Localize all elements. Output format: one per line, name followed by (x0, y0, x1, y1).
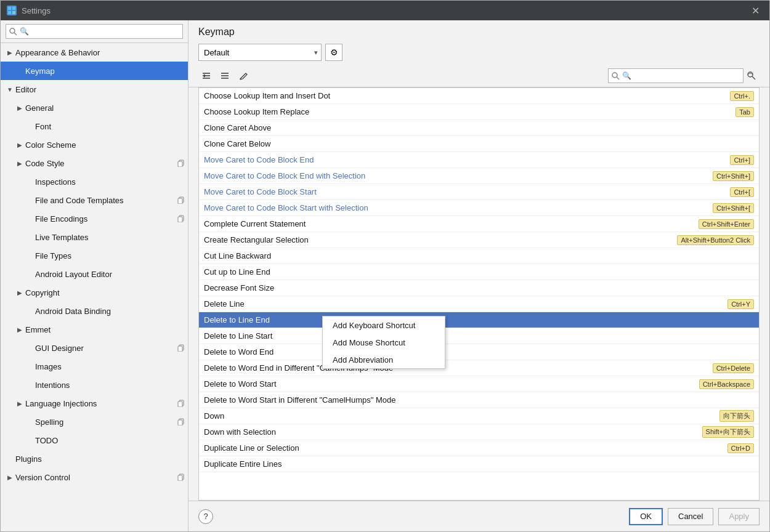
sidebar-item-label: Copyright (25, 288, 60, 297)
copy-icon (177, 196, 185, 204)
sidebar-item-plugins[interactable]: Plugins (1, 449, 188, 468)
sidebar-item-keymap[interactable]: Keymap (1, 62, 188, 80)
shortcut-badge: Ctrl+[ (730, 187, 754, 197)
sidebar-item-live-templates[interactable]: Live Templates (1, 228, 188, 246)
table-row[interactable]: Duplicate Line or SelectionCtrl+D (199, 440, 759, 456)
chevron-icon: ▶ (15, 325, 24, 334)
copy-icon (177, 214, 185, 223)
table-row[interactable]: Move Caret to Code Block EndCtrl+] (199, 152, 759, 168)
table-row[interactable]: Delete to Line Start (199, 328, 759, 344)
gear-button[interactable]: ⚙ (325, 44, 342, 61)
collapse-all-button[interactable] (217, 68, 233, 83)
app-icon (7, 6, 17, 15)
sidebar-item-label: Keymap (25, 66, 55, 76)
table-row[interactable]: Create Rectangular SelectionAlt+Shift+Bu… (199, 232, 759, 248)
table-row[interactable]: Move Caret to Code Block End with Select… (199, 168, 759, 184)
sidebar-item-color-scheme[interactable]: ▶Color Scheme (1, 135, 188, 154)
table-row[interactable]: Duplicate Entire Lines (199, 456, 759, 472)
context-menu-item[interactable]: Add Abbreviation (323, 351, 445, 368)
svg-point-26 (748, 72, 753, 77)
expand-all-button[interactable] (198, 68, 214, 83)
action-name: Delete to Word Start (204, 379, 697, 389)
sidebar-item-todo[interactable]: TODO (1, 431, 188, 449)
sidebar-item-android-data-binding[interactable]: Android Data Binding (1, 302, 188, 320)
sidebar-search-box[interactable] (1, 20, 188, 43)
sidebar-search-input[interactable] (6, 24, 183, 39)
find-in-keymap-button[interactable] (744, 68, 760, 83)
apply-button[interactable]: Apply (718, 508, 760, 525)
sidebar-item-label: Spelling (35, 417, 63, 427)
edit-button[interactable] (235, 68, 251, 83)
sidebar-item-gui-designer[interactable]: GUI Designer (1, 339, 188, 357)
cancel-button[interactable]: Cancel (668, 508, 713, 525)
sidebar-item-inspections[interactable]: Inspections (1, 172, 188, 191)
svg-rect-5 (178, 161, 182, 167)
main-panel: Keymap DefaultMac OS XEmacsEclipseNetBea… (188, 20, 769, 531)
table-row[interactable]: Delete to Word StartCtrl+Backspace (199, 376, 759, 392)
sidebar-item-general[interactable]: ▶General (1, 99, 188, 117)
action-name: Delete Line (204, 299, 725, 308)
sidebar-item-label: Language Injections (25, 399, 97, 408)
sidebar-item-label: Code Style (25, 159, 65, 168)
sidebar-item-spelling[interactable]: Spelling (1, 413, 188, 431)
table-row[interactable]: Choose Lookup Item and Insert DotCtrl+. (199, 88, 759, 104)
table-row[interactable]: Choose Lookup Item ReplaceTab (199, 104, 759, 120)
table-row[interactable]: Delete to Word Start in Different "Camel… (199, 392, 759, 408)
help-button[interactable]: ? (198, 509, 213, 524)
context-menu-item[interactable]: Add Mouse Shortcut (323, 334, 445, 351)
table-row[interactable]: Move Caret to Code Block Start with Sele… (199, 200, 759, 216)
keymap-search-input[interactable] (608, 68, 744, 83)
sidebar-item-emmet[interactable]: ▶Emmet (1, 320, 188, 339)
table-row[interactable]: Complete Current StatementCtrl+Shift+Ent… (199, 216, 759, 232)
table-row[interactable]: Move Caret to Code Block StartCtrl+[ (199, 184, 759, 200)
table-row[interactable]: Delete to Word End (199, 344, 759, 360)
table-row[interactable]: Down with SelectionShift+向下箭头 (199, 424, 759, 440)
sidebar-item-file-encodings[interactable]: File Encodings (1, 209, 188, 228)
sidebar-item-language-injections[interactable]: ▶Language Injections (1, 394, 188, 413)
keymap-dropdown-wrapper: DefaultMac OS XEmacsEclipseNetBeans (198, 44, 322, 61)
table-row[interactable]: Delete LineCtrl+Y (199, 296, 759, 312)
action-name: Down with Selection (204, 427, 700, 437)
table-row[interactable]: Delete to Word End in Different "CamelHu… (199, 360, 759, 376)
sidebar-item-android-layout-editor[interactable]: Android Layout Editor (1, 265, 188, 283)
sidebar-item-images[interactable]: Images (1, 357, 188, 376)
sidebar-item-version-control[interactable]: ▶Version Control (1, 468, 188, 486)
keymap-toolbar: DefaultMac OS XEmacsEclipseNetBeans ⚙ (198, 44, 760, 61)
table-row[interactable]: Delete to Line End (199, 312, 759, 328)
shortcut-badge: Tab (736, 107, 754, 117)
context-menu: Add Keyboard ShortcutAdd Mouse ShortcutA… (322, 316, 445, 369)
ok-button[interactable]: OK (629, 508, 663, 525)
copy-icon (177, 473, 185, 482)
copy-icon (177, 399, 185, 408)
table-row[interactable]: Clone Caret Above (199, 120, 759, 136)
sidebar-item-copyright[interactable]: ▶Copyright (1, 283, 188, 302)
keymap-dropdown[interactable]: DefaultMac OS XEmacsEclipseNetBeans (198, 44, 322, 61)
sidebar-item-label: Font (35, 122, 51, 131)
chevron-icon: ▶ (6, 473, 14, 482)
sidebar-item-label: File and Code Templates (35, 196, 124, 205)
sidebar-item-font[interactable]: Font (1, 117, 188, 135)
table-row[interactable]: Down向下箭头 (199, 408, 759, 424)
action-name: Cut Line Backward (204, 251, 754, 260)
sidebar-item-label: Live Templates (35, 233, 88, 242)
table-row[interactable]: Decrease Font Size (199, 280, 759, 296)
table-row[interactable]: Cut Line Backward (199, 248, 759, 264)
sidebar-item-code-style[interactable]: ▶Code Style (1, 154, 188, 172)
table-row[interactable]: Cut up to Line End (199, 264, 759, 280)
sidebar-item-appearance-behavior[interactable]: ▶Appearance & Behavior (1, 43, 188, 62)
sidebar-item-intentions[interactable]: Intentions (1, 376, 188, 394)
sidebar-item-file-code-templates[interactable]: File and Code Templates (1, 191, 188, 209)
sidebar-item-label: Color Scheme (25, 140, 76, 150)
svg-rect-17 (178, 475, 182, 481)
close-button[interactable]: ✕ (748, 4, 763, 18)
table-row[interactable]: Clone Caret Below (199, 136, 759, 152)
context-menu-item[interactable]: Add Keyboard Shortcut (323, 316, 445, 334)
sidebar-item-label: Intentions (35, 381, 70, 390)
sidebar-item-editor[interactable]: ▼Editor (1, 80, 188, 99)
action-name: Delete to Word Start in Different "Camel… (204, 395, 754, 405)
sidebar-item-file-types[interactable]: File Types (1, 246, 188, 265)
svg-rect-0 (8, 7, 11, 10)
titlebar: Settings ✕ (1, 1, 769, 20)
panel-title: Keymap (198, 26, 760, 38)
dialog-content: ▶Appearance & BehaviorKeymap▼Editor▶Gene… (1, 20, 769, 531)
